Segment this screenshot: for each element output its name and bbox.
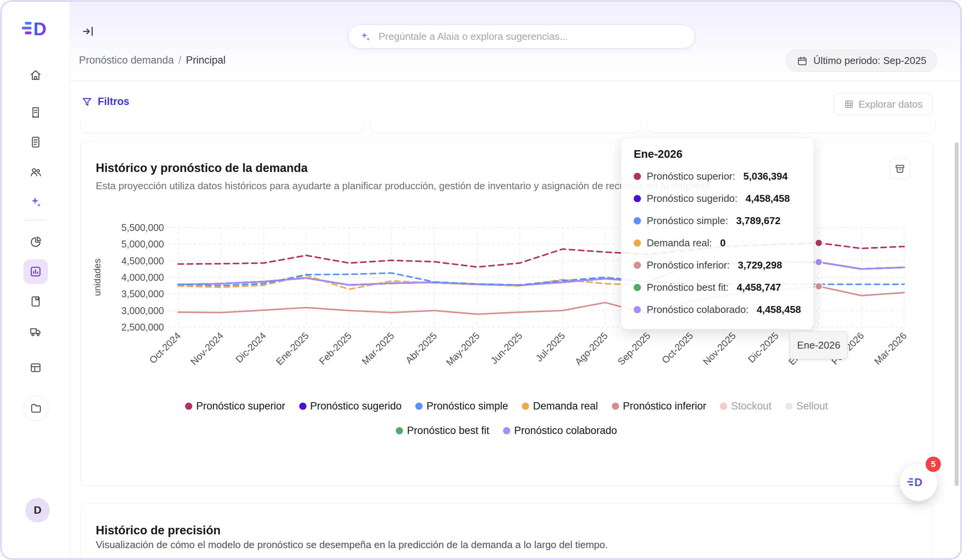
legend-item[interactable]: Demanda real [522,400,598,412]
legend-item[interactable]: Pronóstico simple [415,400,508,412]
svg-text:Jun-2025: Jun-2025 [488,330,524,366]
brand-logo[interactable]: D [20,18,61,41]
notification-badge: 5 [926,457,941,472]
explore-data-button[interactable]: Explorar datos [834,93,933,115]
legend-label: Pronóstico best fit [407,425,489,437]
sidebar-item-documents[interactable] [23,130,48,154]
breadcrumb-page[interactable]: Principal [186,54,226,66]
svg-text:Sep-2025: Sep-2025 [615,330,652,367]
filter-funnel-icon [81,96,93,108]
app-window: D [0,0,962,560]
legend-item[interactable]: Pronóstico best fit [396,425,489,437]
svg-text:Oct-2025: Oct-2025 [660,330,695,366]
legend-item[interactable]: Stockout [720,400,771,412]
chart-tooltip: Ene-2026 Pronóstico superior:5,036,394Pr… [621,138,814,329]
save-chart-button[interactable] [890,159,910,179]
tooltip-series-value: 0 [720,237,726,249]
tooltip-series-label: Pronóstico best fit: [647,282,729,293]
legend-dot-icon [522,403,529,410]
sidebar-item-files[interactable] [23,396,49,421]
legend-label: Pronóstico sugerido [310,400,402,412]
tooltip-row: Pronóstico colaborado:4,458,458 [634,298,801,321]
folder-icon [29,402,43,415]
tooltip-series-value: 3,789,672 [736,215,780,227]
series-dot-icon [634,217,641,224]
table-icon [29,361,42,374]
svg-text:4,000,000: 4,000,000 [121,272,164,283]
sidebar-item-forecast[interactable] [23,259,48,284]
filters-button[interactable]: Filtros [81,96,129,108]
legend-label: Pronóstico simple [426,400,508,412]
tooltip-series-label: Pronóstico superior: [647,170,735,182]
assistant-search-bar[interactable] [348,25,695,49]
tooltip-row: Pronóstico sugerido:4,458,458 [634,187,801,210]
users-icon [29,165,42,178]
svg-text:Abr-2025: Abr-2025 [403,330,439,366]
vertical-scrollbar[interactable] [955,142,959,486]
sidebar-item-logistics[interactable] [23,319,48,344]
sidebar-item-home[interactable] [23,63,48,87]
breadcrumb: Pronóstico demanda / Principal [79,54,226,66]
legend-item[interactable]: Sellout [785,400,828,412]
series-dot-icon [634,262,641,269]
user-avatar[interactable]: D [25,498,50,522]
tooltip-title: Ene-2026 [634,148,801,160]
sidebar-item-analytics[interactable] [23,230,48,254]
tooltip-row: Pronóstico inferior:3,729,298 [634,254,801,276]
legend-item[interactable]: Pronóstico inferior [612,400,706,412]
chart-legend-row-2: Pronóstico best fitPronóstico colaborado [80,425,933,437]
svg-text:D: D [33,19,46,39]
kpi-card-partial [80,121,364,133]
tooltip-series-label: Pronóstico colaborado: [647,304,749,316]
legend-dot-icon [299,403,306,410]
svg-text:Dic-2025: Dic-2025 [746,330,781,365]
calendar-icon [796,55,808,67]
svg-text:Nov-2024: Nov-2024 [188,330,226,367]
tooltip-series-label: Pronóstico inferior: [647,259,730,271]
legend-item[interactable]: Pronóstico sugerido [299,400,402,412]
svg-text:Jul-2025: Jul-2025 [533,330,567,364]
collapse-arrow-icon [81,25,95,38]
legend-dot-icon [785,403,793,410]
sparkles-icon [29,196,42,209]
last-period-badge[interactable]: Último periodo: Sep-2025 [785,49,937,72]
series-dot-icon [634,173,641,180]
svg-text:2,500,000: 2,500,000 [121,322,164,332]
sidebar-item-catalog[interactable] [23,289,48,314]
svg-text:Mar-2025: Mar-2025 [359,330,396,367]
legend-label: Pronóstico inferior [623,400,706,412]
tooltip-series-label: Pronóstico simple: [647,215,728,227]
sidebar-collapse-button[interactable] [80,23,97,40]
header-divider [70,80,960,81]
tooltip-series-value: 4,458,458 [757,304,801,316]
legend-item[interactable]: Pronóstico superior [185,400,285,412]
legend-dot-icon [612,403,619,410]
legend-label: Sellout [796,400,828,412]
tooltip-row: Pronóstico superior:5,036,394 [634,165,801,187]
tooltip-rows: Pronóstico superior:5,036,394Pronóstico … [634,165,801,321]
precision-history-card: Histórico de precisión Visualización de … [80,503,933,560]
svg-text:Feb-2025: Feb-2025 [317,330,353,367]
sidebar-item-users[interactable] [23,160,48,184]
sidebar-divider [25,220,47,221]
series-dot-icon [634,239,641,247]
sidebar-item-invoices[interactable] [23,100,48,125]
truck-icon [29,325,42,338]
svg-text:Oct-2024: Oct-2024 [147,330,183,366]
filters-label: Filtros [98,96,129,108]
legend-item[interactable]: Pronóstico colaborado [503,425,617,437]
breadcrumb-section[interactable]: Pronóstico demanda [79,54,174,66]
tooltip-series-value: 3,729,298 [738,259,782,271]
last-period-label: Último periodo: Sep-2025 [813,55,926,67]
tooltip-series-value: 5,036,394 [743,170,788,182]
chart-legend-row-1: Pronóstico superiorPronóstico sugeridoPr… [80,400,933,412]
search-input[interactable] [378,30,685,43]
sidebar-item-ai-assistant[interactable] [23,190,48,215]
precision-card-subtitle: Visualización de cómo el modelo de pronó… [96,539,608,551]
sidebar-item-tables[interactable] [23,355,48,380]
tooltip-series-value: 4,458,458 [746,193,790,205]
forecast-card-subtitle: Esta proyección utiliza datos históricos… [96,180,710,192]
svg-text:3,500,000: 3,500,000 [121,288,164,299]
bookmark-book-icon [29,295,42,308]
sidebar: D [2,2,70,558]
